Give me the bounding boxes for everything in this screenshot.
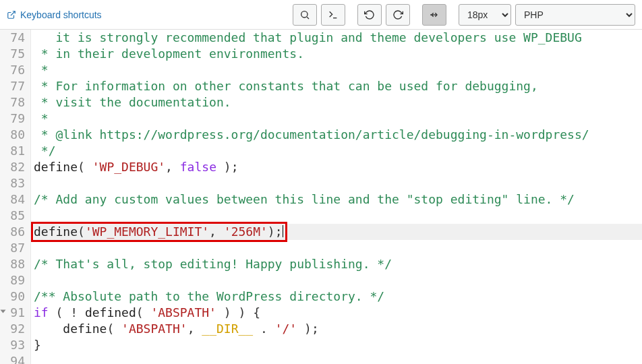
- font-size-select[interactable]: 18px: [459, 4, 511, 26]
- redo-icon: [392, 9, 403, 20]
- editor-toolbar: Keyboard shortcuts 18px PHP: [0, 0, 642, 30]
- line-number: 91: [7, 305, 25, 321]
- line-number: 90: [7, 289, 25, 305]
- svg-point-1: [301, 11, 308, 17]
- line-number: 82: [7, 159, 25, 175]
- keyboard-shortcuts-link[interactable]: Keyboard shortcuts: [7, 9, 102, 20]
- line-number: 86: [7, 224, 25, 240]
- toolbar-controls: 18px PHP: [293, 4, 635, 26]
- code-line[interactable]: /* That's all, stop editing! Happy publi…: [34, 256, 642, 272]
- code-line[interactable]: *: [34, 111, 642, 127]
- line-number: 78: [7, 94, 25, 111]
- redo-button[interactable]: [386, 4, 410, 26]
- code-area[interactable]: it is strongly recommended that plugin a…: [31, 30, 642, 364]
- code-line[interactable]: * @link https://wordpress.org/documentat…: [34, 127, 642, 143]
- code-line[interactable]: [34, 208, 642, 224]
- line-number: 81: [7, 143, 25, 159]
- wrap-button[interactable]: [422, 4, 446, 26]
- line-number: 80: [7, 127, 25, 143]
- code-line[interactable]: * in their development environments.: [34, 46, 642, 62]
- line-number: 94: [7, 353, 25, 364]
- code-line[interactable]: [34, 175, 642, 191]
- code-line[interactable]: * For information on other constants tha…: [34, 78, 642, 94]
- line-number: 84: [7, 191, 25, 208]
- line-number: 87: [7, 240, 25, 256]
- line-number: 93: [7, 337, 25, 353]
- fold-marker-icon[interactable]: [1, 310, 6, 313]
- text-cursor: [283, 225, 283, 237]
- code-line[interactable]: [34, 240, 642, 256]
- external-link-icon: [7, 10, 16, 20]
- code-line[interactable]: [34, 272, 642, 289]
- code-line[interactable]: /* Add any custom values between this li…: [34, 191, 642, 208]
- line-number: 88: [7, 256, 25, 272]
- code-line[interactable]: }: [34, 337, 642, 353]
- line-number: 75: [7, 46, 25, 62]
- code-line[interactable]: /** Absolute path to the WordPress direc…: [34, 289, 642, 305]
- svg-line-0: [11, 11, 15, 15]
- line-number: 85: [7, 208, 25, 224]
- code-line[interactable]: define( 'WP_DEBUG', false );: [34, 159, 642, 175]
- line-number: 79: [7, 111, 25, 127]
- line-number: 89: [7, 272, 25, 289]
- code-line[interactable]: define( 'ABSPATH', __DIR__ . '/' );: [34, 321, 642, 337]
- code-line[interactable]: [34, 353, 642, 364]
- undo-button[interactable]: [357, 4, 382, 26]
- code-line[interactable]: */: [34, 143, 642, 159]
- language-select[interactable]: PHP: [515, 4, 635, 26]
- search-button[interactable]: [293, 4, 317, 26]
- wrap-icon: [429, 9, 440, 20]
- line-number: 92: [7, 321, 25, 337]
- search-icon: [299, 9, 310, 20]
- code-line[interactable]: if ( ! defined( 'ABSPATH' ) ) {: [34, 305, 642, 321]
- code-line[interactable]: *: [34, 62, 642, 78]
- line-number: 74: [7, 30, 25, 46]
- line-number: 76: [7, 62, 25, 78]
- code-line[interactable]: define('WP_MEMORY_LIMIT', '256M');: [34, 224, 642, 240]
- line-number-gutter: 7475767778798081828384858687888990919293…: [0, 30, 31, 364]
- line-number: 77: [7, 78, 25, 94]
- line-number: 83: [7, 175, 25, 191]
- shortcuts-label: Keyboard shortcuts: [20, 9, 102, 20]
- prompt-icon: [328, 9, 339, 20]
- svg-line-2: [307, 17, 309, 19]
- code-line[interactable]: it is strongly recommended that plugin a…: [34, 30, 642, 46]
- undo-icon: [364, 9, 375, 20]
- code-line[interactable]: * visit the documentation.: [34, 94, 642, 111]
- prompt-button[interactable]: [321, 4, 345, 26]
- code-editor[interactable]: 7475767778798081828384858687888990919293…: [0, 30, 642, 364]
